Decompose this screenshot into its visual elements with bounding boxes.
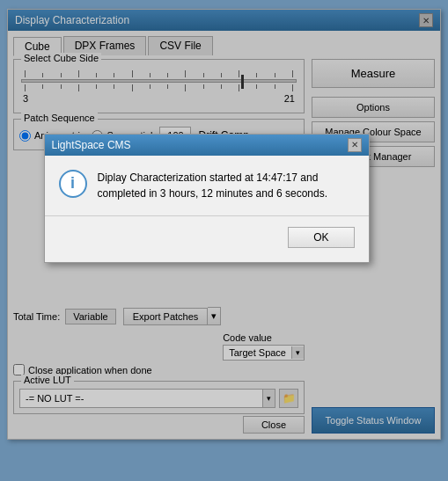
dialog-separator <box>45 215 369 216</box>
dialog-footer: OK <box>59 227 355 248</box>
dialog-close-button[interactable]: ✕ <box>348 138 362 152</box>
dialog-title-bar: LightSpace CMS ✕ <box>45 135 369 156</box>
main-window: Display Characterization ✕ Cube DPX Fram… <box>7 9 441 440</box>
dialog-message: Diplay Characterization started at 14:47… <box>98 170 355 201</box>
ok-button[interactable]: OK <box>288 227 354 248</box>
dialog-body: i Diplay Characterization started at 14:… <box>45 156 369 262</box>
info-icon: i <box>59 170 87 198</box>
dialog-message-row: i Diplay Characterization started at 14:… <box>59 170 355 201</box>
lightspace-cms-dialog: LightSpace CMS ✕ i Diplay Characterizati… <box>44 134 370 263</box>
dialog-title: LightSpace CMS <box>52 139 131 151</box>
dialog-overlay: LightSpace CMS ✕ i Diplay Characterizati… <box>8 10 440 439</box>
